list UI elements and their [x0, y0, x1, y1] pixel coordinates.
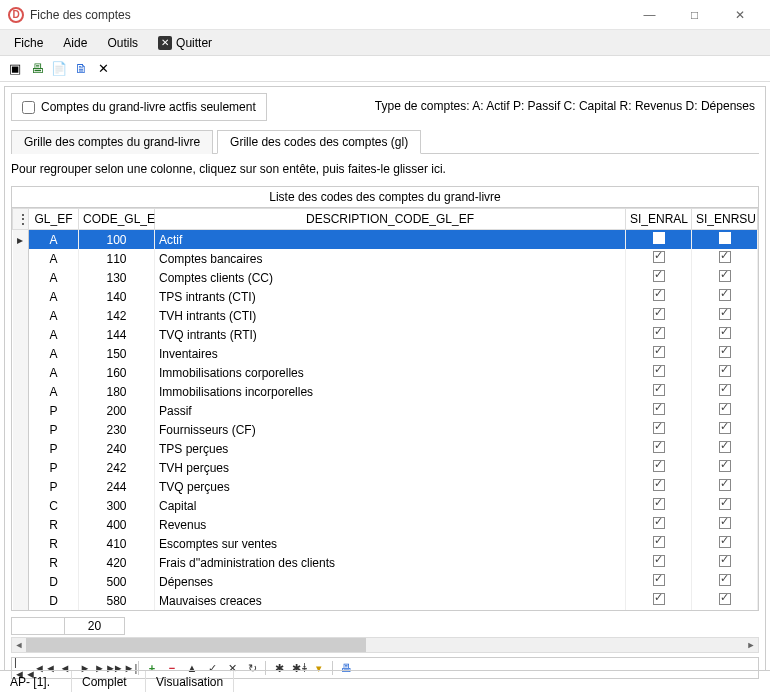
cell-code: 300	[79, 496, 155, 515]
cell-enrsu[interactable]	[692, 287, 758, 306]
table-row[interactable]: A110Comptes bancaires	[13, 249, 758, 268]
cell-enral[interactable]	[626, 249, 692, 268]
scroll-right-icon[interactable]: ►	[744, 638, 758, 652]
table-row[interactable]: P242TVH perçues	[13, 458, 758, 477]
col-enrsu[interactable]: SI_ENRSU	[692, 209, 758, 230]
active-accounts-checkbox[interactable]: Comptes du grand-livre actfis seulement	[11, 93, 267, 121]
scroll-left-icon[interactable]: ◄	[12, 638, 26, 652]
table-row[interactable]: A160Immobilisations corporelles	[13, 363, 758, 382]
cell-enrsu[interactable]	[692, 458, 758, 477]
cell-enrsu[interactable]	[692, 249, 758, 268]
table-row[interactable]: R410Escomptes sur ventes	[13, 534, 758, 553]
table-row[interactable]: A130Comptes clients (CC)	[13, 268, 758, 287]
cell-enral[interactable]	[626, 458, 692, 477]
main-panel: Comptes du grand-livre actfis seulement …	[4, 86, 766, 671]
table-row[interactable]: D580Mauvaises creaces	[13, 591, 758, 610]
cell-enrsu[interactable]	[692, 344, 758, 363]
cell-enral[interactable]	[626, 382, 692, 401]
table-row[interactable]: R420Frais d''administration des clients	[13, 553, 758, 572]
toolbar: ▣ 🖶 📄 🗎 ✕	[0, 56, 770, 82]
cell-enral[interactable]	[626, 363, 692, 382]
active-accounts-input[interactable]	[22, 101, 35, 114]
cell-enrsu[interactable]	[692, 306, 758, 325]
tool-export-icon[interactable]: 📄	[50, 60, 68, 78]
table-row[interactable]: P244TVQ perçues	[13, 477, 758, 496]
cell-enral[interactable]	[626, 344, 692, 363]
menu-aide[interactable]: Aide	[53, 32, 97, 54]
col-enral[interactable]: SI_ENRAL	[626, 209, 692, 230]
accounts-grid[interactable]: ⋮≡ GL_EF CODE_GL_EF DESCRIPTION_CODE_GL_…	[11, 207, 759, 611]
cell-enrsu[interactable]	[692, 553, 758, 572]
cell-gl: P	[29, 477, 79, 496]
cell-enrsu[interactable]	[692, 325, 758, 344]
cell-enrsu[interactable]	[692, 268, 758, 287]
cell-enrsu[interactable]	[692, 401, 758, 420]
cell-enral[interactable]	[626, 534, 692, 553]
row-indicator	[13, 382, 29, 401]
cell-desc: Immobilisations incorporelles	[155, 382, 626, 401]
cell-enrsu[interactable]	[692, 420, 758, 439]
table-row[interactable]: P200Passif	[13, 401, 758, 420]
cell-enral[interactable]	[626, 496, 692, 515]
table-row[interactable]: A180Immobilisations incorporelles	[13, 382, 758, 401]
cell-enral[interactable]	[626, 515, 692, 534]
col-desc[interactable]: DESCRIPTION_CODE_GL_EF	[155, 209, 626, 230]
table-row[interactable]: A142TVH intrants (CTI)	[13, 306, 758, 325]
cell-code: 160	[79, 363, 155, 382]
cell-enral[interactable]	[626, 572, 692, 591]
cell-enral[interactable]	[626, 477, 692, 496]
cell-enrsu[interactable]	[692, 515, 758, 534]
scroll-thumb[interactable]	[26, 638, 366, 652]
menu-outils[interactable]: Outils	[97, 32, 148, 54]
table-row[interactable]: A150Inventaires	[13, 344, 758, 363]
table-row[interactable]: P230Fournisseurs (CF)	[13, 420, 758, 439]
close-button[interactable]: ✕	[717, 0, 762, 30]
cell-desc: Capital	[155, 496, 626, 515]
cell-enral[interactable]	[626, 553, 692, 572]
cell-code: 230	[79, 420, 155, 439]
cell-desc: TVH intrants (CTI)	[155, 306, 626, 325]
table-row[interactable]: D500Dépenses	[13, 572, 758, 591]
table-row[interactable]: A144TVQ intrants (RTI)	[13, 325, 758, 344]
cell-enrsu[interactable]	[692, 534, 758, 553]
cell-enrsu[interactable]	[692, 230, 758, 250]
cell-enral[interactable]	[626, 591, 692, 610]
cell-enral[interactable]	[626, 401, 692, 420]
cell-desc: Escomptes sur ventes	[155, 534, 626, 553]
cell-enrsu[interactable]	[692, 591, 758, 610]
table-row[interactable]: R400Revenus	[13, 515, 758, 534]
menu-fiche[interactable]: Fiche	[4, 32, 53, 54]
cell-enral[interactable]	[626, 439, 692, 458]
table-row[interactable]: P240TPS perçues	[13, 439, 758, 458]
cell-enrsu[interactable]	[692, 363, 758, 382]
tab-grille-comptes[interactable]: Grille des comptes du grand-livre	[11, 130, 213, 154]
col-gl[interactable]: GL_EF	[29, 209, 79, 230]
cell-enrsu[interactable]	[692, 477, 758, 496]
cell-enrsu[interactable]	[692, 572, 758, 591]
cell-gl: D	[29, 591, 79, 610]
table-row[interactable]: C300Capital	[13, 496, 758, 515]
tool-save-icon[interactable]: 🗎	[72, 60, 90, 78]
cell-enral[interactable]	[626, 306, 692, 325]
col-indicator[interactable]: ⋮≡	[13, 209, 29, 230]
tab-grille-codes[interactable]: Grille des codes des comptes (gl)	[217, 130, 421, 154]
cell-enral[interactable]	[626, 230, 692, 250]
table-row[interactable]: ▸A100Actif	[13, 230, 758, 250]
tool-select-icon[interactable]: ▣	[6, 60, 24, 78]
cell-enrsu[interactable]	[692, 496, 758, 515]
horizontal-scrollbar[interactable]: ◄ ►	[11, 637, 759, 653]
cell-enral[interactable]	[626, 325, 692, 344]
tool-print-icon[interactable]: 🖶	[28, 60, 46, 78]
col-code[interactable]: CODE_GL_EF	[79, 209, 155, 230]
cell-enrsu[interactable]	[692, 382, 758, 401]
maximize-button[interactable]: □	[672, 0, 717, 30]
table-row[interactable]: A140TPS intrants (CTI)	[13, 287, 758, 306]
menu-quitter[interactable]: ✕ Quitter	[148, 32, 222, 54]
cell-enral[interactable]	[626, 287, 692, 306]
cell-enral[interactable]	[626, 420, 692, 439]
tool-close-icon[interactable]: ✕	[94, 60, 112, 78]
cell-enral[interactable]	[626, 268, 692, 287]
cell-enrsu[interactable]	[692, 439, 758, 458]
minimize-button[interactable]: —	[627, 0, 672, 30]
cell-code: 500	[79, 572, 155, 591]
